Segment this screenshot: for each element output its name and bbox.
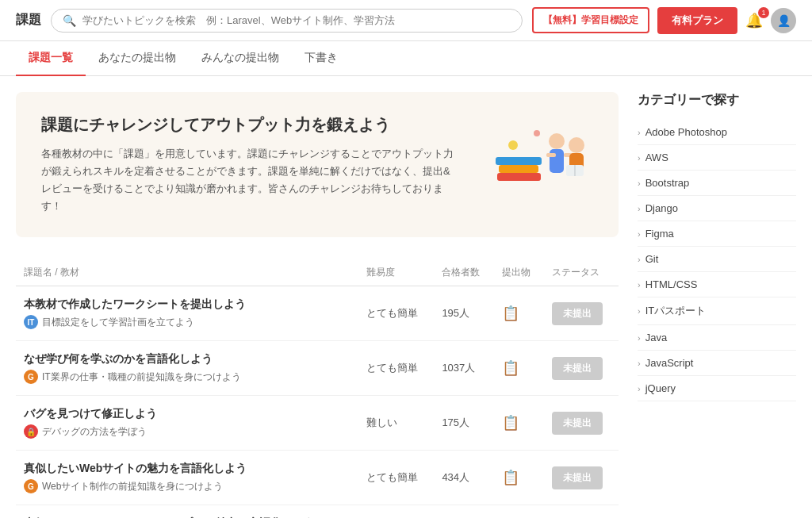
task-name: なぜ学び何を学ぶのかを言語化しよう xyxy=(24,352,350,366)
category-sidebar: カテゴリーで探す › Adobe Photoshop › AWS › Boots… xyxy=(638,92,796,518)
chevron-right-icon: › xyxy=(638,384,641,393)
notification-bell-icon[interactable]: 🔔 xyxy=(745,12,763,29)
sidebar-category-item[interactable]: › Java xyxy=(638,325,796,351)
tab-your-submissions[interactable]: あなたの提出物 xyxy=(86,41,189,76)
svg-point-3 xyxy=(549,133,565,149)
count-cell: 239人 xyxy=(434,505,494,518)
col-difficulty: 難易度 xyxy=(358,259,434,286)
submit-icon-cell: 📋 xyxy=(494,286,544,341)
svg-rect-2 xyxy=(496,157,542,165)
svg-rect-4 xyxy=(550,149,564,173)
chevron-right-icon: › xyxy=(638,204,641,213)
course-icon: G xyxy=(24,479,38,493)
sidebar-category-item[interactable]: › AWS xyxy=(638,145,796,171)
table-row: なぜ学び何を学ぶのかを言語化しよう G IT業界の仕事・職種の前提知識を身につけ… xyxy=(16,341,619,396)
category-label: Figma xyxy=(645,228,674,240)
svg-rect-1 xyxy=(499,165,538,173)
task-name: バグを見つけて修正しよう xyxy=(24,407,350,421)
hero-banner: 課題にチャレンジしてアウトプット力を鍛えよう 各種教材の中に「課題」を用意してい… xyxy=(16,92,619,237)
task-course: 🔒 デバッグの方法を学ぼう xyxy=(24,424,350,439)
category-label: Git xyxy=(645,253,659,265)
sidebar-category-item[interactable]: › Figma xyxy=(638,221,796,247)
sidebar-category-item[interactable]: › Django xyxy=(638,196,796,221)
sub-navigation: 課題一覧 あなたの提出物 みんなの提出物 下書き xyxy=(0,41,812,76)
course-label: Webサイト制作の前提知識を身につけよう xyxy=(42,480,223,493)
goal-button[interactable]: 【無料】学習目標設定 xyxy=(532,7,649,33)
paid-plan-button[interactable]: 有料プラン xyxy=(657,7,737,34)
chevron-right-icon: › xyxy=(638,306,641,316)
chevron-right-icon: › xyxy=(638,280,641,290)
col-task-name: 課題名 / 教材 xyxy=(16,259,358,286)
task-table: 課題名 / 教材 難易度 合格者数 提出物 ステータス 本教材で作成したワークシ… xyxy=(16,259,619,518)
difficulty-cell: 難しい xyxy=(358,396,434,451)
task-cell: なぜ学び何を学ぶのかを言語化しよう G IT業界の仕事・職種の前提知識を身につけ… xyxy=(16,341,358,396)
svg-point-12 xyxy=(534,130,540,136)
task-course: IT 目標設定をして学習計画を立てよう xyxy=(24,315,350,329)
status-cell: 未提出 xyxy=(544,505,619,518)
course-label: IT業界の仕事・職種の前提知識を身につけよう xyxy=(42,370,241,384)
difficulty-cell: とても簡単 xyxy=(358,505,434,518)
course-icon: IT xyxy=(24,315,38,329)
category-label: Java xyxy=(645,332,667,343)
status-button[interactable]: 未提出 xyxy=(552,357,603,380)
course-icon: G xyxy=(24,370,38,384)
task-cell: 真似したいWebサイトの魅力を言語化しよう G Webサイト制作の前提知識を身に… xyxy=(16,451,358,505)
status-cell: 未提出 xyxy=(544,341,619,396)
content-area: 課題にチャレンジしてアウトプット力を鍛えよう 各種教材の中に「課題」を用意してい… xyxy=(16,92,619,518)
difficulty-cell: とても簡単 xyxy=(358,341,434,396)
submit-icon: 📋 xyxy=(502,415,519,431)
sidebar-category-item[interactable]: › JavaScript xyxy=(638,351,796,376)
chevron-right-icon: › xyxy=(638,255,641,264)
chevron-right-icon: › xyxy=(638,153,641,163)
task-name: 本教材で作成したワークシートを提出しよう xyxy=(24,297,350,312)
banner-text: 課題にチャレンジしてアウトプット力を鍛えよう 各種教材の中に「課題」を用意してい… xyxy=(41,114,454,215)
svg-point-7 xyxy=(569,137,584,153)
submit-icon-cell: 📋 xyxy=(494,505,544,518)
sidebar-category-item[interactable]: › Adobe Photoshop xyxy=(638,120,796,145)
tab-everyone-submissions[interactable]: みんなの提出物 xyxy=(189,41,292,76)
sidebar-category-item[interactable]: › Bootstrap xyxy=(638,171,796,196)
banner-illustration xyxy=(485,121,596,209)
table-row: 本教材で作成したワークシートを提出しよう IT 目標設定をして学習計画を立てよう… xyxy=(16,286,619,341)
search-input[interactable] xyxy=(82,14,511,26)
submit-icon: 📋 xyxy=(502,360,519,376)
status-button[interactable]: 未提出 xyxy=(552,302,603,325)
tab-drafts[interactable]: 下書き xyxy=(292,41,350,76)
count-cell: 434人 xyxy=(434,451,494,505)
sidebar-category-item[interactable]: › ITパスポート xyxy=(638,297,796,325)
search-bar[interactable]: 🔍 xyxy=(51,9,523,33)
banner-title: 課題にチャレンジしてアウトプット力を鍛えよう xyxy=(41,114,454,136)
sidebar-category-item[interactable]: › HTML/CSS xyxy=(638,272,796,297)
chevron-right-icon: › xyxy=(638,333,641,343)
course-icon: 🔒 xyxy=(24,424,38,439)
submit-icon-cell: 📋 xyxy=(494,396,544,451)
chevron-right-icon: › xyxy=(638,178,641,188)
count-cell: 195人 xyxy=(434,286,494,341)
chevron-right-icon: › xyxy=(638,128,641,137)
task-course: G Webサイト制作の前提知識を身につけよう xyxy=(24,479,350,493)
status-button[interactable]: 未提出 xyxy=(552,466,603,489)
avatar[interactable]: 👤 xyxy=(771,8,796,33)
task-name: 真似したいWebサイトの魅力を言語化しよう xyxy=(24,462,350,476)
status-button[interactable]: 未提出 xyxy=(552,412,603,435)
status-cell: 未提出 xyxy=(544,286,619,341)
table-row: 真似したいWebサイト・Webアプリの魅力を言語化しよう G Webアプリ開発の… xyxy=(16,505,619,518)
task-cell: 真似したいWebサイト・Webアプリの魅力を言語化しよう G Webアプリ開発の… xyxy=(16,505,358,518)
site-logo: 課題 xyxy=(16,12,41,29)
count-cell: 175人 xyxy=(434,396,494,451)
col-passed: 合格者数 xyxy=(434,259,494,286)
status-cell: 未提出 xyxy=(544,396,619,451)
sidebar-category-item[interactable]: › jQuery xyxy=(638,376,796,401)
task-course: G IT業界の仕事・職種の前提知識を身につけよう xyxy=(24,370,350,384)
tab-task-list[interactable]: 課題一覧 xyxy=(16,41,86,76)
submit-icon-cell: 📋 xyxy=(494,341,544,396)
table-row: 真似したいWebサイトの魅力を言語化しよう G Webサイト制作の前提知識を身に… xyxy=(16,451,619,505)
main-content: 課題にチャレンジしてアウトプット力を鍛えよう 各種教材の中に「課題」を用意してい… xyxy=(0,76,812,518)
category-label: ITパスポート xyxy=(645,304,707,318)
sidebar-category-item[interactable]: › Git xyxy=(638,247,796,272)
category-label: HTML/CSS xyxy=(645,278,698,290)
banner-body: 各種教材の中に「課題」を用意しています。課題にチャレンジすることでアウトプット力… xyxy=(41,145,454,215)
task-cell: 本教材で作成したワークシートを提出しよう IT 目標設定をして学習計画を立てよう xyxy=(16,286,358,341)
category-label: JavaScript xyxy=(645,357,694,369)
course-label: 目標設定をして学習計画を立てよう xyxy=(42,316,194,329)
